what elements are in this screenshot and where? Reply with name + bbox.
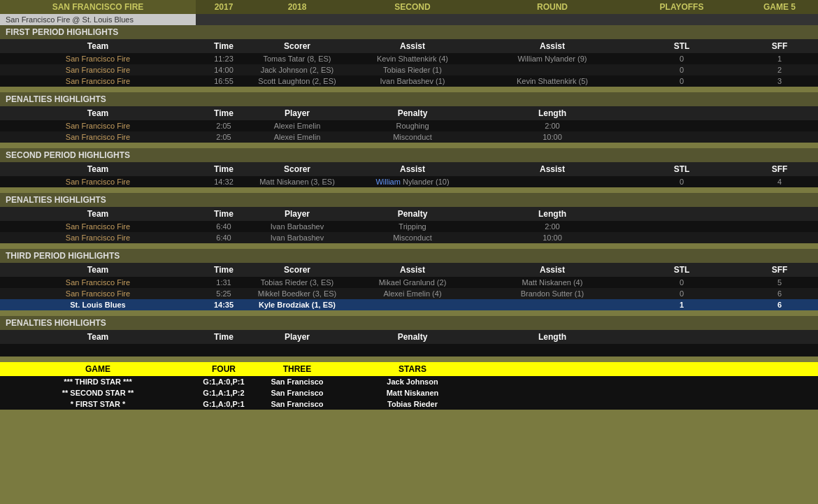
- table-row: San Francisco Fire 2:05 Alexei Emelin Mi…: [0, 131, 818, 143]
- pen1-row2-c1: [622, 131, 741, 143]
- sp-row1-sff: 4: [741, 176, 818, 187]
- table-row: [0, 344, 818, 357]
- fp-row2-sff: 2: [741, 64, 818, 75]
- fp-row3-scorer: Scott Laughton (2, ES): [252, 75, 343, 87]
- stars-row3-stats: G:1,A:0,P:1: [196, 398, 252, 410]
- pen1-row2-time: 2:05: [196, 131, 252, 143]
- pen1-row2-length: 10:00: [482, 131, 622, 143]
- period: SECOND: [343, 0, 482, 14]
- sp-row1-assist2: [482, 176, 622, 187]
- pen1-row1-penalty: Roughing: [343, 120, 482, 131]
- pen1-row1-time: 2:05: [196, 120, 252, 131]
- stars-row2-city: San Francisco: [252, 387, 343, 398]
- fp-row3-assist1: Ivan Barbashev (1): [343, 75, 482, 87]
- pen2-row2-c2: [741, 232, 818, 243]
- pen2-col-length: Length: [482, 207, 622, 221]
- pen2-col-player: Player: [252, 207, 343, 221]
- header-row: SAN FRANCISCO FIRE 2017 2018 SECOND ROUN…: [0, 0, 818, 14]
- stars-row1-star: *** THIRD STAR ***: [0, 376, 196, 387]
- pen2-row2-length: 10:00: [482, 232, 622, 243]
- fp-row3-team: San Francisco Fire: [0, 75, 196, 87]
- pen1-row1-player: Alexei Emelin: [252, 120, 343, 131]
- stars-row1-stats: G:1,A:0,P:1: [196, 376, 252, 387]
- pen2-row2-time: 6:40: [196, 232, 252, 243]
- pen3-col-length: Length: [482, 330, 622, 344]
- spacer: [0, 143, 818, 148]
- table-row: San Francisco Fire 14:32 Matt Niskanen (…: [0, 176, 818, 187]
- tp-row1-team: San Francisco Fire: [0, 277, 196, 288]
- stars-col-stars: STARS: [343, 362, 482, 376]
- tp-row2-scorer: Mikkel Boedker (3, ES): [252, 288, 343, 299]
- fp-col-time: Time: [196, 39, 252, 53]
- stars-row3-player: Tobias Rieder: [343, 398, 482, 410]
- stars-col-c3: [741, 362, 818, 376]
- tp-row3-sff: 6: [741, 299, 818, 310]
- pen1-row1-c2: [741, 120, 818, 131]
- tp-col-stl: STL: [622, 263, 741, 277]
- pen2-row2-c1: [622, 232, 741, 243]
- year2: 2018: [252, 0, 343, 14]
- stars-row2-c1: [482, 387, 622, 398]
- sp-row1-stl: 0: [622, 176, 741, 187]
- tp-row1-assist1: Mikael Granlund (2): [343, 277, 482, 288]
- spacer: [0, 357, 818, 362]
- pen2-col-c2: [741, 207, 818, 221]
- pen1-col-length: Length: [482, 106, 622, 120]
- sp-col-assist2: Assist: [482, 162, 622, 176]
- game: GAME 5: [741, 0, 818, 14]
- tp-row2-time: 5:25: [196, 288, 252, 299]
- tp-row3-stl: 1: [622, 299, 741, 310]
- fp-col-sff: SFF: [741, 39, 818, 53]
- fp-row1-stl: 0: [622, 53, 741, 64]
- second-penalties-col-header: Team Time Player Penalty Length: [0, 207, 818, 221]
- game-stars-header: GAME FOUR THREE STARS: [0, 362, 818, 376]
- stars-row2-player: Matt Niskanen: [343, 387, 482, 398]
- second-penalties-section: PENALTIES HIGHLIGHTS: [0, 193, 818, 207]
- pen1-row2-penalty: Misconduct: [343, 131, 482, 143]
- pen1-row1-team: San Francisco Fire: [0, 120, 196, 131]
- sp-row1-assist1: William Nylander (10): [343, 176, 482, 187]
- pen1-row2-player: Alexei Emelin: [252, 131, 343, 143]
- stars-row1-c3: [741, 376, 818, 387]
- fp-row3-time: 16:55: [196, 75, 252, 87]
- pen3-col-penalty: Penalty: [343, 330, 482, 344]
- table-row: San Francisco Fire 2:05 Alexei Emelin Ro…: [0, 120, 818, 131]
- sp-row1-scorer: Matt Niskanen (3, ES): [252, 176, 343, 187]
- third-penalties-col-header: Team Time Player Penalty Length: [0, 330, 818, 344]
- pen3-col-c2: [741, 330, 818, 344]
- spacer: [0, 243, 818, 249]
- table-row: San Francisco Fire 1:31 Tobias Rieder (3…: [0, 277, 818, 288]
- fp-row2-stl: 0: [622, 64, 741, 75]
- table-row: San Francisco Fire 5:25 Mikkel Boedker (…: [0, 288, 818, 299]
- pen2-row1-c2: [741, 221, 818, 232]
- stars-row1-player: Jack Johnson: [343, 376, 482, 387]
- spacer: [0, 187, 818, 193]
- team-name: SAN FRANCISCO FIRE: [0, 0, 196, 14]
- pen2-row2-team: San Francisco Fire: [0, 232, 196, 243]
- pen1-col-time: Time: [196, 106, 252, 120]
- tp-row1-sff: 5: [741, 277, 818, 288]
- pen3-col-player: Player: [252, 330, 343, 344]
- fp-row2-team: San Francisco Fire: [0, 64, 196, 75]
- tp-row2-stl: 0: [622, 288, 741, 299]
- tp-row2-assist1: Alexei Emelin (4): [343, 288, 482, 299]
- stars-col-four: FOUR: [196, 362, 252, 376]
- fp-row3-stl: 0: [622, 75, 741, 87]
- first-period-label: FIRST PERIOD HIGHLIGHTS: [0, 25, 818, 39]
- first-period-section: FIRST PERIOD HIGHLIGHTS: [0, 25, 818, 39]
- tp-col-assist2: Assist: [482, 263, 622, 277]
- third-period-label: THIRD PERIOD HIGHLIGHTS: [0, 249, 818, 263]
- stars-row2-c2: [622, 387, 741, 398]
- table-row: San Francisco Fire 16:55 Scott Laughton …: [0, 75, 818, 87]
- fp-col-scorer: Scorer: [252, 39, 343, 53]
- pen2-col-team: Team: [0, 207, 196, 221]
- second-period-label: SECOND PERIOD HIGHLIGHTS: [0, 148, 818, 162]
- pen1-col-player: Player: [252, 106, 343, 120]
- fp-row1-assist1: Kevin Shattenkirk (4): [343, 53, 482, 64]
- fp-row2-assist2: [482, 64, 622, 75]
- stars-row2-c3: [741, 387, 818, 398]
- second-period-col-header: Team Time Scorer Assist Assist STL SFF: [0, 162, 818, 176]
- pen1-col-penalty: Penalty: [343, 106, 482, 120]
- tp-row3-team: St. Louis Blues: [0, 299, 196, 310]
- pen2-col-c1: [622, 207, 741, 221]
